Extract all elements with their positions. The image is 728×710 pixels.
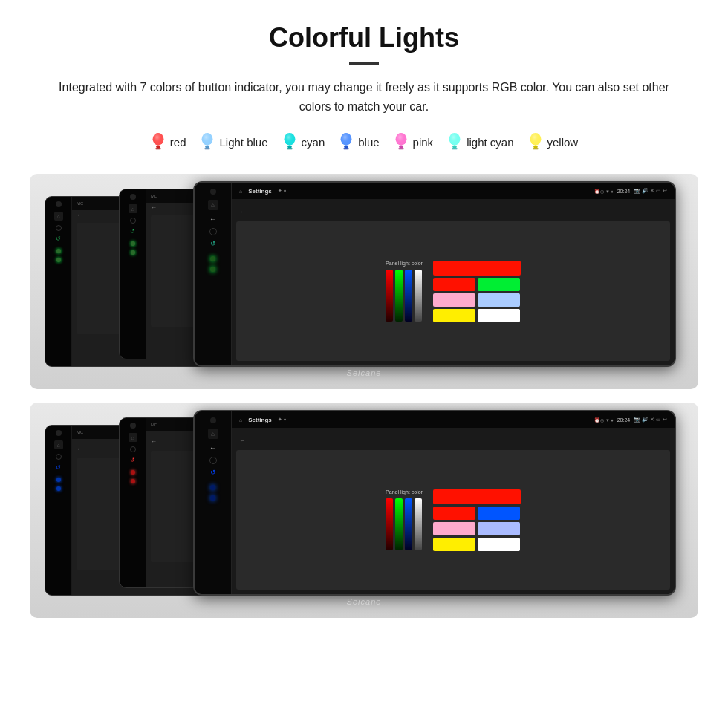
color-label-lightblue: Light blue xyxy=(219,136,267,149)
pink-bulb-icon xyxy=(393,132,409,152)
svg-point-5 xyxy=(202,133,213,146)
color-label-yellow: yellow xyxy=(547,136,579,149)
svg-rect-2 xyxy=(156,146,160,149)
lightblue-bulb-icon xyxy=(199,132,215,152)
color-label-lightcyan: light cyan xyxy=(467,136,513,149)
yellow-bulb-icon xyxy=(527,132,544,152)
color-label-red: red xyxy=(170,136,186,149)
color-item-blue: blue xyxy=(338,132,379,152)
title-divider xyxy=(349,62,379,65)
svg-rect-15 xyxy=(344,149,349,150)
front-unit-1: ⌂ ← ↺ ⌂ Settings ✦ ♦ ⏰ ◎ ▼ ♦ xyxy=(193,181,676,367)
svg-point-9 xyxy=(284,133,295,146)
color-item-pink: pink xyxy=(393,132,434,152)
bottom-unit-image: ⌂ ↺ MC RST ← Panel light color xyxy=(30,403,698,618)
svg-rect-7 xyxy=(205,149,210,150)
svg-rect-19 xyxy=(398,149,403,150)
svg-rect-26 xyxy=(533,146,538,149)
svg-point-13 xyxy=(341,133,352,146)
svg-rect-23 xyxy=(452,149,457,150)
svg-rect-22 xyxy=(452,146,457,149)
page-title: Colorful Lights xyxy=(269,22,459,53)
color-label-cyan: cyan xyxy=(302,136,325,149)
watermark-bottom: Seicane xyxy=(347,597,382,606)
top-unit-image: ⌂ ↺ MC RST ← Panel light color xyxy=(30,174,698,389)
color-label-blue: blue xyxy=(358,136,379,149)
svg-rect-11 xyxy=(287,149,292,150)
color-item-yellow: yellow xyxy=(527,132,579,152)
svg-point-21 xyxy=(449,133,461,146)
svg-point-17 xyxy=(395,133,406,146)
color-item-red: red xyxy=(150,132,186,152)
svg-point-1 xyxy=(152,133,163,146)
svg-rect-3 xyxy=(155,149,160,150)
color-label-pink: pink xyxy=(413,136,434,149)
page-description: Integrated with 7 colors of button indic… xyxy=(45,78,683,116)
svg-rect-10 xyxy=(287,146,292,149)
svg-point-25 xyxy=(530,133,541,146)
svg-rect-14 xyxy=(344,146,348,149)
color-item-lightblue: Light blue xyxy=(199,132,267,152)
color-indicators: red Light blue cyan blu xyxy=(150,132,578,152)
svg-rect-18 xyxy=(399,146,403,149)
cyan-bulb-icon xyxy=(282,132,298,152)
svg-rect-6 xyxy=(206,146,210,149)
blue-bulb-icon xyxy=(338,132,354,152)
red-bulb-icon xyxy=(150,132,166,152)
color-item-lightcyan: light cyan xyxy=(446,132,513,152)
lightcyan-bulb-icon xyxy=(446,132,463,152)
top-unit-composite: ⌂ ↺ MC RST ← Panel light color xyxy=(45,181,683,382)
color-item-cyan: cyan xyxy=(282,132,325,152)
front-unit-2: ⌂ ← ↺ ⌂ Settings ✦ ♦ ⏰ ◎ ▼ ♦ 20:24 xyxy=(193,410,676,596)
bottom-unit-composite: ⌂ ↺ MC RST ← Panel light color xyxy=(45,410,683,610)
svg-rect-27 xyxy=(533,149,538,150)
watermark-top: Seicane xyxy=(347,368,382,377)
